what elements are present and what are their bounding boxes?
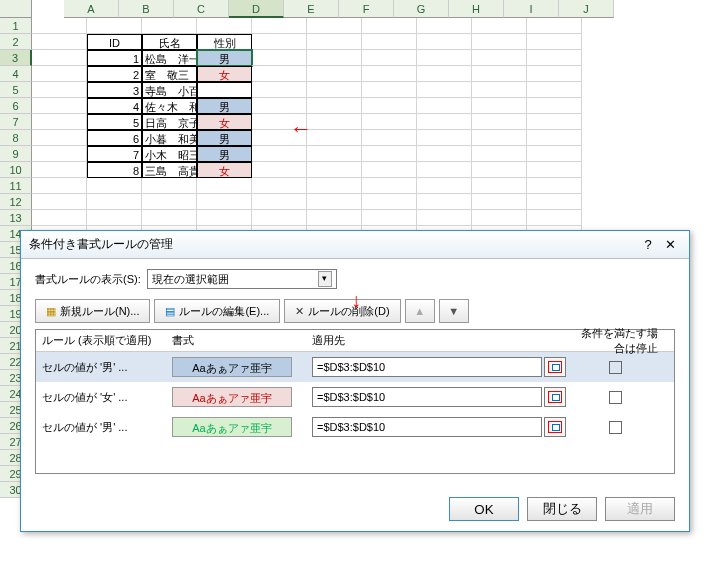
rule-row[interactable]: セルの値が '男' ...Aaあぁアァ亜宇=$D$3:$D$10	[36, 412, 674, 442]
cell-J5[interactable]	[527, 82, 582, 98]
cell-D7[interactable]: 女	[197, 114, 252, 130]
column-header-A[interactable]: A	[64, 0, 119, 18]
cell-E11[interactable]	[252, 178, 307, 194]
cell-I5[interactable]	[472, 82, 527, 98]
cell-C3[interactable]: 松島 洋一朗	[142, 50, 197, 66]
cell-J13[interactable]	[527, 210, 582, 226]
cell-C6[interactable]: 佐々木 和男	[142, 98, 197, 114]
cell-F12[interactable]	[307, 194, 362, 210]
scope-combo[interactable]: 現在の選択範囲 ▾	[147, 269, 337, 289]
cell-F7[interactable]	[307, 114, 362, 130]
cell-F10[interactable]	[307, 162, 362, 178]
applies-to-input[interactable]: =$D$3:$D$10	[312, 357, 542, 377]
cell-G1[interactable]	[362, 18, 417, 34]
cell-H13[interactable]	[417, 210, 472, 226]
cell-I11[interactable]	[472, 178, 527, 194]
cell-I8[interactable]	[472, 130, 527, 146]
cell-C5[interactable]: 寺島 小百合	[142, 82, 197, 98]
row-header-5[interactable]: 5	[0, 82, 32, 98]
cell-B6[interactable]: 4	[87, 98, 142, 114]
cell-B10[interactable]: 8	[87, 162, 142, 178]
column-header-F[interactable]: F	[339, 0, 394, 18]
cell-C7[interactable]: 日高 京子	[142, 114, 197, 130]
delete-rule-button[interactable]: ✕ ルールの削除(D)	[284, 299, 400, 323]
cell-E10[interactable]	[252, 162, 307, 178]
cell-H3[interactable]	[417, 50, 472, 66]
cell-I2[interactable]	[472, 34, 527, 50]
cell-J9[interactable]	[527, 146, 582, 162]
cell-D4[interactable]: 女	[197, 66, 252, 82]
cell-H7[interactable]	[417, 114, 472, 130]
row-header-7[interactable]: 7	[0, 114, 32, 130]
close-icon[interactable]: ✕	[659, 237, 681, 252]
range-selector-button[interactable]	[544, 417, 566, 437]
edit-rule-button[interactable]: ▤ ルールの編集(E)...	[154, 299, 280, 323]
row-header-10[interactable]: 10	[0, 162, 32, 178]
cell-J7[interactable]	[527, 114, 582, 130]
cell-E3[interactable]	[252, 50, 307, 66]
cell-G8[interactable]	[362, 130, 417, 146]
cell-E4[interactable]	[252, 66, 307, 82]
cell-H2[interactable]	[417, 34, 472, 50]
cell-H11[interactable]	[417, 178, 472, 194]
cell-G10[interactable]	[362, 162, 417, 178]
cell-C13[interactable]	[142, 210, 197, 226]
cell-G7[interactable]	[362, 114, 417, 130]
cell-C2[interactable]: 氏名	[142, 34, 197, 50]
cell-G9[interactable]	[362, 146, 417, 162]
cell-H9[interactable]	[417, 146, 472, 162]
cell-J6[interactable]	[527, 98, 582, 114]
cell-H5[interactable]	[417, 82, 472, 98]
row-header-3[interactable]: 3	[0, 50, 32, 66]
cell-G4[interactable]	[362, 66, 417, 82]
cell-F9[interactable]	[307, 146, 362, 162]
row-header-9[interactable]: 9	[0, 146, 32, 162]
cell-A1[interactable]	[32, 18, 87, 34]
cell-I10[interactable]	[472, 162, 527, 178]
cell-I12[interactable]	[472, 194, 527, 210]
cell-D3[interactable]: 男	[197, 50, 252, 66]
cell-H1[interactable]	[417, 18, 472, 34]
cell-D9[interactable]: 男	[197, 146, 252, 162]
range-selector-button[interactable]	[544, 357, 566, 377]
cell-B11[interactable]	[87, 178, 142, 194]
cell-G2[interactable]	[362, 34, 417, 50]
cell-I9[interactable]	[472, 146, 527, 162]
cell-J8[interactable]	[527, 130, 582, 146]
cell-J4[interactable]	[527, 66, 582, 82]
column-header-C[interactable]: C	[174, 0, 229, 18]
cell-B2[interactable]: ID	[87, 34, 142, 50]
cell-A4[interactable]	[32, 66, 87, 82]
cell-A7[interactable]	[32, 114, 87, 130]
cell-C9[interactable]: 小木 昭三	[142, 146, 197, 162]
column-header-H[interactable]: H	[449, 0, 504, 18]
applies-to-input[interactable]: =$D$3:$D$10	[312, 387, 542, 407]
row-header-6[interactable]: 6	[0, 98, 32, 114]
column-header-I[interactable]: I	[504, 0, 559, 18]
column-header-D[interactable]: D	[229, 0, 284, 18]
cell-B8[interactable]: 6	[87, 130, 142, 146]
cell-A13[interactable]	[32, 210, 87, 226]
new-rule-button[interactable]: ▦ 新規ルール(N)...	[35, 299, 150, 323]
cell-B12[interactable]	[87, 194, 142, 210]
ok-button[interactable]: OK	[449, 497, 519, 521]
cell-F2[interactable]	[307, 34, 362, 50]
chevron-down-icon[interactable]: ▾	[318, 271, 332, 287]
row-header-12[interactable]: 12	[0, 194, 32, 210]
cell-F11[interactable]	[307, 178, 362, 194]
cell-H4[interactable]	[417, 66, 472, 82]
cell-E5[interactable]	[252, 82, 307, 98]
cell-D13[interactable]	[197, 210, 252, 226]
cell-H8[interactable]	[417, 130, 472, 146]
cell-F4[interactable]	[307, 66, 362, 82]
cell-C12[interactable]	[142, 194, 197, 210]
cell-J12[interactable]	[527, 194, 582, 210]
cell-J11[interactable]	[527, 178, 582, 194]
cell-G12[interactable]	[362, 194, 417, 210]
cell-F1[interactable]	[307, 18, 362, 34]
cell-A2[interactable]	[32, 34, 87, 50]
select-all-corner[interactable]	[0, 0, 32, 18]
range-selector-button[interactable]	[544, 387, 566, 407]
cell-G5[interactable]	[362, 82, 417, 98]
applies-to-input[interactable]: =$D$3:$D$10	[312, 417, 542, 437]
